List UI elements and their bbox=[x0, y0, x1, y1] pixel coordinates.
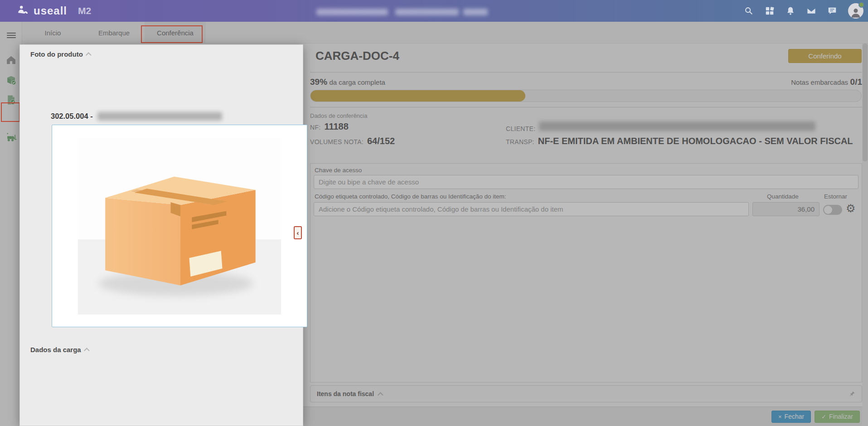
apps-grid-icon[interactable] bbox=[765, 6, 775, 16]
notifications-bell-icon[interactable] bbox=[786, 6, 795, 16]
mail-icon[interactable] bbox=[806, 6, 816, 16]
foto-panel-title: Foto do produto bbox=[30, 50, 83, 58]
product-box-image bbox=[73, 138, 286, 315]
product-photo[interactable] bbox=[52, 125, 307, 327]
product-code: 302.05.004 - bbox=[51, 112, 93, 121]
user-icon bbox=[850, 7, 862, 19]
brand-name: useall bbox=[34, 5, 67, 17]
redacted-product-name bbox=[97, 112, 222, 121]
collapse-panel-button[interactable]: ‹ bbox=[294, 226, 302, 239]
chevron-up-icon[interactable] bbox=[86, 52, 92, 58]
redacted-breadcrumb-1 bbox=[316, 9, 388, 15]
redacted-breadcrumb-2 bbox=[395, 9, 459, 15]
redacted-breadcrumb-3 bbox=[463, 9, 488, 15]
top-header: useall M2 bbox=[0, 0, 868, 22]
chevron-up-icon[interactable] bbox=[84, 348, 90, 353]
useall-logo-icon bbox=[17, 5, 29, 17]
search-icon[interactable] bbox=[744, 6, 754, 16]
chevron-left-icon: ‹ bbox=[297, 229, 299, 237]
user-avatar[interactable] bbox=[848, 3, 863, 19]
foto-produto-panel: Foto do produto 302.05.004 - bbox=[19, 44, 303, 426]
brand-product: M2 bbox=[78, 5, 91, 16]
chat-icon[interactable] bbox=[827, 6, 837, 16]
app-root: useall M2 bbox=[0, 0, 868, 426]
brand-logo[interactable]: useall M2 bbox=[17, 5, 91, 17]
dados-carga-title: Dados da carga bbox=[30, 346, 81, 353]
online-status-dot bbox=[858, 2, 864, 8]
